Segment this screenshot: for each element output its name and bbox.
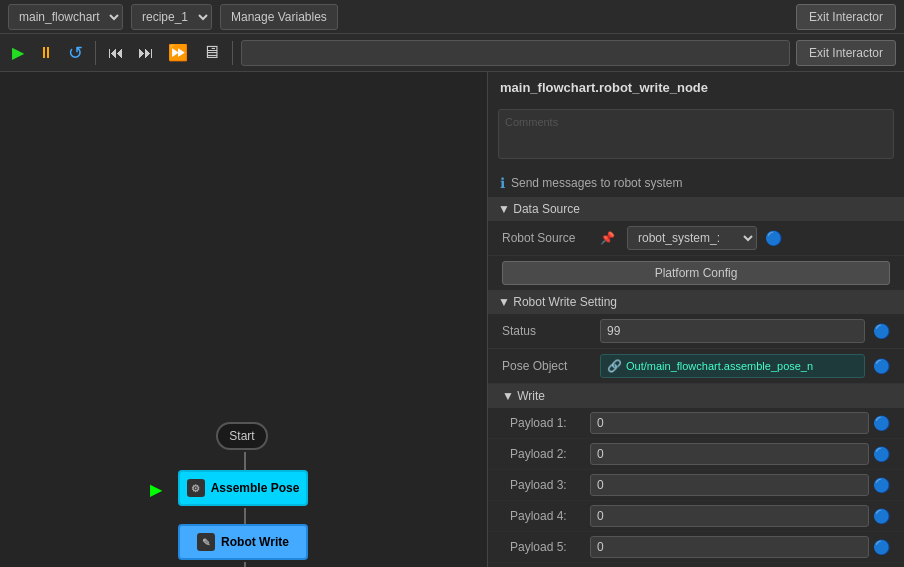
play-indicator-icon: ▶ bbox=[150, 480, 162, 499]
canvas-area: Start ▶ ⚙ Assemble Pose bbox=[0, 72, 488, 567]
exit-interactor-button[interactable]: Exit Interactor bbox=[796, 4, 896, 30]
toolbar-separator bbox=[95, 41, 96, 65]
status-input[interactable] bbox=[600, 319, 865, 343]
robot-source-info-button[interactable]: 🔵 bbox=[765, 230, 782, 246]
platform-config-button[interactable]: Platform Config bbox=[502, 261, 890, 285]
pose-object-row: Pose Object 🔗 Out/main_flowchart.assembl… bbox=[488, 349, 904, 384]
data-source-section-header[interactable]: ▼ Data Source bbox=[488, 197, 904, 221]
arrow-robot-end bbox=[241, 562, 246, 567]
payload-info-button-1[interactable]: 🔵 bbox=[873, 415, 890, 431]
pose-link-icon: 🔗 bbox=[607, 359, 622, 373]
comments-box: Comments bbox=[498, 109, 894, 159]
right-panel: main_flowchart.robot_write_node Comments… bbox=[488, 72, 904, 567]
data-source-label: ▼ Data Source bbox=[498, 202, 580, 216]
payload-row-6: Payload 6: 🔵 bbox=[488, 563, 904, 567]
payload-input-1[interactable] bbox=[590, 412, 869, 434]
exit-interactor-button-2[interactable]: Exit Interactor bbox=[796, 40, 896, 66]
info-icon: ℹ bbox=[500, 175, 505, 191]
robot-write-setting-label: ▼ Robot Write Setting bbox=[498, 295, 617, 309]
pose-object-label: Pose Object bbox=[502, 359, 592, 373]
manage-variables-button[interactable]: Manage Variables bbox=[220, 4, 338, 30]
pose-object-value: 🔗 Out/main_flowchart.assemble_pose_n bbox=[600, 354, 865, 378]
payload-row-5: Payload 5: 🔵 bbox=[488, 532, 904, 563]
payload-row-3: Payload 3: 🔵 bbox=[488, 470, 904, 501]
payload-info-button-4[interactable]: 🔵 bbox=[873, 508, 890, 524]
start-node: Start bbox=[216, 422, 268, 450]
robot-write-label: Robot Write bbox=[221, 535, 289, 549]
write-label: ▼ Write bbox=[502, 389, 545, 403]
assemble-pose-node[interactable]: ⚙ Assemble Pose bbox=[178, 470, 308, 506]
robot-write-setting-header[interactable]: ▼ Robot Write Setting bbox=[488, 290, 904, 314]
comments-placeholder: Comments bbox=[505, 116, 558, 128]
top-bar: main_flowchart recipe_1 Manage Variables… bbox=[0, 0, 904, 34]
status-info-button[interactable]: 🔵 bbox=[873, 323, 890, 339]
pin-icon: 📌 bbox=[600, 231, 615, 245]
step-back-button[interactable]: ⏮ bbox=[104, 42, 128, 64]
flowchart: Start ▶ ⚙ Assemble Pose bbox=[0, 72, 487, 567]
assemble-pose-label: Assemble Pose bbox=[211, 481, 300, 495]
status-row: Status 🔵 bbox=[488, 314, 904, 349]
payload-label-1: Payload 1: bbox=[510, 416, 590, 430]
platform-config-row: Platform Config bbox=[488, 256, 904, 290]
robot-write-node[interactable]: ✎ Robot Write bbox=[178, 524, 308, 560]
toolbar-separator-2 bbox=[232, 41, 233, 65]
payload-rows: Payload 1: 🔵 Payload 2: 🔵 Payload 3: 🔵 P… bbox=[488, 408, 904, 567]
panel-title: main_flowchart.robot_write_node bbox=[488, 72, 904, 103]
payload-row-2: Payload 2: 🔵 bbox=[488, 439, 904, 470]
main-content: Start ▶ ⚙ Assemble Pose bbox=[0, 72, 904, 567]
start-label: Start bbox=[229, 429, 254, 443]
stop-button[interactable]: ↺ bbox=[64, 40, 87, 66]
robot-source-row: Robot Source 📌 robot_system_: 🔵 bbox=[488, 221, 904, 256]
pause-button[interactable]: ⏸ bbox=[34, 42, 58, 64]
search-input[interactable] bbox=[241, 40, 790, 66]
info-text: Send messages to robot system bbox=[511, 176, 682, 190]
payload-label-4: Payload 4: bbox=[510, 509, 590, 523]
payload-info-button-5[interactable]: 🔵 bbox=[873, 539, 890, 555]
pose-object-info-button[interactable]: 🔵 bbox=[873, 358, 890, 374]
payload-info-button-3[interactable]: 🔵 bbox=[873, 477, 890, 493]
toolbar: ▶ ⏸ ↺ ⏮ ⏭ ⏩ 🖥 Exit Interactor bbox=[0, 34, 904, 72]
recipe-dropdown[interactable]: recipe_1 bbox=[131, 4, 212, 30]
robot-source-dropdown[interactable]: robot_system_: bbox=[627, 226, 757, 250]
write-section-header[interactable]: ▼ Write bbox=[488, 384, 904, 408]
camera-button[interactable]: 🖥 bbox=[198, 40, 224, 65]
fast-forward-button[interactable]: ⏩ bbox=[164, 41, 192, 64]
payload-label-3: Payload 3: bbox=[510, 478, 590, 492]
robot-write-icon: ✎ bbox=[197, 533, 215, 551]
payload-info-button-2[interactable]: 🔵 bbox=[873, 446, 890, 462]
status-label: Status bbox=[502, 324, 592, 338]
payload-input-3[interactable] bbox=[590, 474, 869, 496]
payload-row-4: Payload 4: 🔵 bbox=[488, 501, 904, 532]
payload-label-5: Payload 5: bbox=[510, 540, 590, 554]
payload-input-5[interactable] bbox=[590, 536, 869, 558]
payload-input-2[interactable] bbox=[590, 443, 869, 465]
assemble-pose-icon: ⚙ bbox=[187, 479, 205, 497]
robot-source-label: Robot Source bbox=[502, 231, 592, 245]
payload-input-4[interactable] bbox=[590, 505, 869, 527]
payload-label-2: Payload 2: bbox=[510, 447, 590, 461]
step-next-button[interactable]: ⏭ bbox=[134, 42, 158, 64]
play-button[interactable]: ▶ bbox=[8, 41, 28, 64]
main-flowchart-dropdown[interactable]: main_flowchart bbox=[8, 4, 123, 30]
payload-row-1: Payload 1: 🔵 bbox=[488, 408, 904, 439]
pose-object-text: Out/main_flowchart.assemble_pose_n bbox=[626, 360, 813, 372]
info-row: ℹ Send messages to robot system bbox=[488, 169, 904, 197]
